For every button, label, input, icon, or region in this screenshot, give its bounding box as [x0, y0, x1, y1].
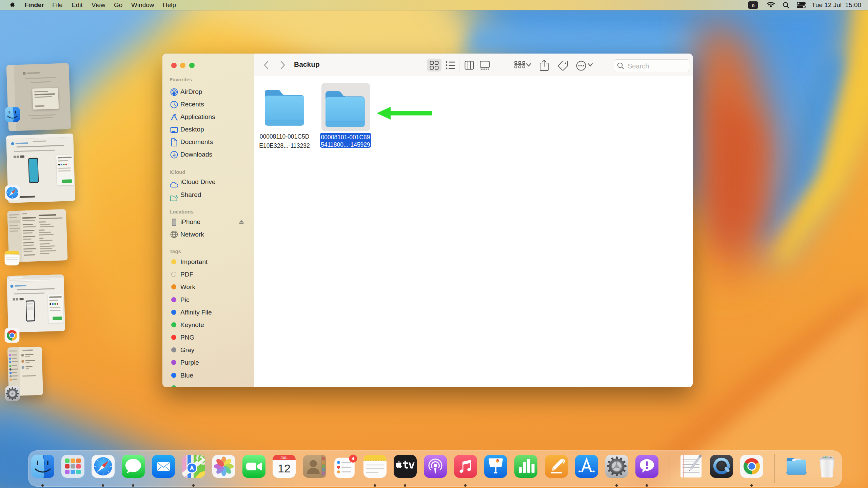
- svg-text:n: n: [751, 2, 754, 8]
- svg-text:JUL: JUL: [281, 456, 288, 460]
- svg-text:4: 4: [352, 456, 354, 461]
- svg-text:12: 12: [278, 462, 291, 475]
